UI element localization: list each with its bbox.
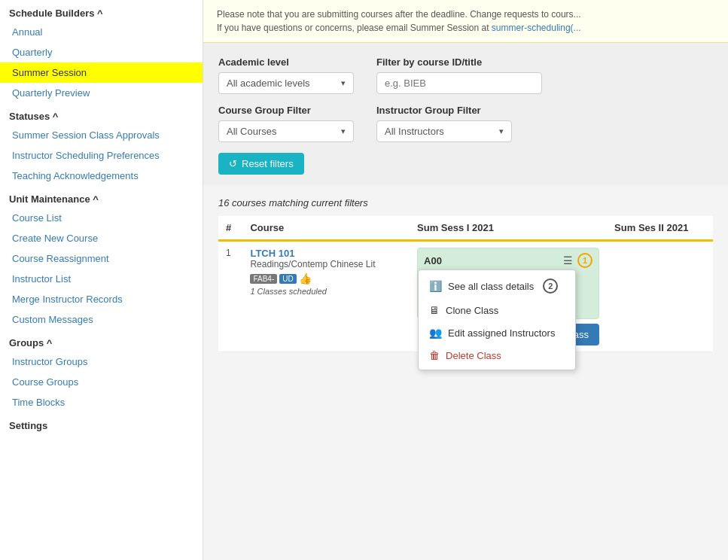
- sidebar-section-groups: Groups ^: [0, 330, 203, 352]
- course-badges: FAB4- UD 👍: [250, 272, 402, 285]
- filter-group-course-group: Course Group Filter All Courses ▾: [218, 105, 354, 142]
- table-header-row: # Course Sum Sess I 2021 Sum Ses II 2021: [218, 216, 713, 241]
- col-header-sess2: Sum Ses II 2021: [607, 216, 713, 241]
- sidebar-item-course-reassignment[interactable]: Course Reassignment: [0, 248, 203, 269]
- circle-badge-1: 1: [577, 253, 592, 268]
- sidebar-item-summer-session[interactable]: Summer Session: [0, 62, 203, 83]
- sidebar-item-instructor-scheduling[interactable]: Instructor Scheduling Preferences: [0, 145, 203, 166]
- class-card-header: A00 ☰ 1: [424, 253, 592, 268]
- course-group-value: All Courses: [227, 126, 276, 137]
- sidebar-item-course-groups[interactable]: Course Groups: [0, 372, 203, 392]
- sidebar-section-schedule-builders: Schedule Builders ^: [0, 0, 203, 22]
- class-card-cell: A00 ☰ 1 Che... Ghos... ⬆30 ✅: [410, 241, 607, 352]
- course-cell: LTCH 101 Readings/Contemp Chinese Lit FA…: [242, 241, 410, 352]
- instructors-icon: 👥: [429, 327, 442, 339]
- warning-banner: Please note that you are submitting cour…: [203, 0, 728, 43]
- col-header-num: #: [218, 216, 242, 241]
- main-content: Please note that you are submitting cour…: [203, 0, 728, 560]
- sidebar-section-statuses: Statuses ^: [0, 103, 203, 125]
- circle-badge-2: 2: [543, 278, 558, 294]
- academic-level-value: All academic levels: [227, 78, 310, 89]
- sidebar-item-quarterly-preview[interactable]: Quarterly Preview: [0, 83, 203, 103]
- sidebar-item-create-new-course[interactable]: Create New Course: [0, 228, 203, 248]
- course-title: Readings/Contemp Chinese Lit: [250, 259, 375, 269]
- col-header-sess1: Sum Sess I 2021: [410, 216, 607, 241]
- sidebar-item-teaching-acknowledgements[interactable]: Teaching Acknowledgements: [0, 166, 203, 186]
- col-header-course: Course: [242, 216, 410, 241]
- refresh-icon: ↺: [229, 158, 237, 169]
- thumbs-up-icon: 👍: [299, 272, 312, 285]
- warning-email-link[interactable]: summer-scheduling(...: [492, 23, 581, 33]
- class-card: A00 ☰ 1 Che... Ghos... ⬆30 ✅: [417, 248, 599, 319]
- filter-row-2: Course Group Filter All Courses ▾ Instru…: [218, 105, 713, 142]
- filter-row-1: Academic level All academic levels ▾ Fil…: [218, 56, 713, 94]
- badge-ud: UD: [279, 274, 296, 284]
- sidebar-section-settings: Settings: [0, 412, 203, 434]
- warning-line1: Please note that you are submitting cour…: [217, 9, 581, 20]
- course-id-input[interactable]: [376, 72, 542, 94]
- warning-line2: If you have questions or concerns, pleas…: [217, 23, 581, 33]
- courses-count: 16 courses matching current filters: [218, 197, 713, 208]
- course-id-label: Filter by course ID/title: [376, 56, 542, 68]
- sidebar-item-time-blocks[interactable]: Time Blocks: [0, 392, 203, 412]
- sidebar-item-instructor-groups[interactable]: Instructor Groups: [0, 352, 203, 372]
- class-card-actions: ☰ 1: [563, 253, 592, 268]
- clone-icon: 🖥: [429, 304, 440, 316]
- sidebar-item-instructor-list[interactable]: Instructor List: [0, 269, 203, 289]
- row-num: 1: [218, 241, 242, 352]
- sidebar-section-unit-maintenance: Unit Maintenance ^: [0, 186, 203, 208]
- sess2-cell: [607, 241, 713, 352]
- sidebar-item-annual[interactable]: Annual: [0, 22, 203, 42]
- reset-filters-button[interactable]: ↺ Reset filters: [218, 153, 304, 175]
- scheduled-text: 1 Classes scheduled: [250, 287, 402, 296]
- sidebar-item-summer-class-approvals[interactable]: Summer Session Class Approvals: [0, 125, 203, 145]
- sidebar-item-quarterly[interactable]: Quarterly: [0, 42, 203, 62]
- academic-level-select[interactable]: All academic levels ▾: [218, 72, 354, 94]
- course-code-link[interactable]: LTCH 101: [250, 248, 402, 259]
- academic-level-label: Academic level: [218, 56, 354, 68]
- edit-instructors-label: Edit assigned Instructors: [448, 327, 555, 339]
- class-code: A00: [424, 255, 442, 266]
- chevron-down-icon: ▾: [341, 78, 346, 88]
- delete-class-label: Delete Class: [446, 350, 501, 361]
- reset-filters-label: Reset filters: [242, 158, 294, 169]
- instructor-group-label: Instructor Group Filter: [376, 105, 512, 116]
- clone-class-label: Clone Class: [446, 305, 498, 316]
- table-row: 1 LTCH 101 Readings/Contemp Chinese Lit …: [218, 241, 713, 352]
- info-icon: ℹ️: [429, 280, 442, 292]
- filter-group-course-id: Filter by course ID/title: [376, 56, 542, 94]
- see-details-label: See all class details: [448, 281, 534, 292]
- course-area: 16 courses matching current filters # Co…: [203, 185, 728, 364]
- dropdown-item-clone-class[interactable]: 🖥 Clone Class: [419, 299, 575, 321]
- sidebar-item-merge-instructor-records[interactable]: Merge Instructor Records: [0, 289, 203, 309]
- dropdown-item-edit-instructors[interactable]: 👥 Edit assigned Instructors: [419, 321, 575, 344]
- course-group-select[interactable]: All Courses ▾: [218, 120, 354, 142]
- course-table: # Course Sum Sess I 2021 Sum Ses II 2021…: [218, 216, 713, 352]
- filter-section: Academic level All academic levels ▾ Fil…: [203, 43, 728, 185]
- instructor-group-select[interactable]: All Instructors ▾: [376, 120, 512, 142]
- badge-fab4: FAB4-: [250, 274, 277, 284]
- sidebar-item-custom-messages[interactable]: Custom Messages: [0, 309, 203, 330]
- chevron-down-icon-2: ▾: [341, 126, 346, 136]
- filter-group-academic-level: Academic level All academic levels ▾: [218, 56, 354, 94]
- dropdown-item-delete-class[interactable]: 🗑 Delete Class: [419, 344, 575, 367]
- instructor-group-value: All Instructors: [385, 126, 444, 137]
- filter-group-instructor-group: Instructor Group Filter All Instructors …: [376, 105, 512, 142]
- sidebar: Schedule Builders ^ Annual Quarterly Sum…: [0, 0, 203, 560]
- trash-icon: 🗑: [429, 349, 440, 361]
- hamburger-menu-icon[interactable]: ☰: [563, 254, 573, 266]
- dropdown-item-see-details[interactable]: ℹ️ See all class details 2: [419, 273, 575, 299]
- course-group-label: Course Group Filter: [218, 105, 354, 116]
- chevron-down-icon-3: ▾: [499, 126, 504, 136]
- dropdown-menu: ℹ️ See all class details 2 🖥 Clone Class: [418, 269, 576, 370]
- sidebar-item-course-list[interactable]: Course List: [0, 208, 203, 228]
